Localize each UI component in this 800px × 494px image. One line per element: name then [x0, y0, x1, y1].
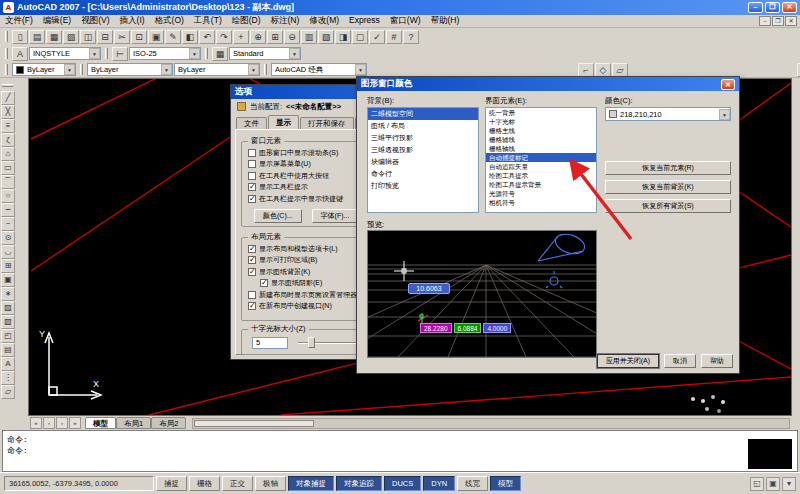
- toggle-grid[interactable]: 栅格: [189, 476, 220, 491]
- interface-element-item[interactable]: 自动捕捉标记: [486, 153, 596, 162]
- checkbox[interactable]: [248, 149, 256, 157]
- checkbox[interactable]: [248, 302, 256, 310]
- toggle-ortho[interactable]: 正交: [222, 476, 253, 491]
- plot-icon[interactable]: ▨: [63, 30, 79, 44]
- ucs-world-icon[interactable]: ◇: [595, 63, 611, 77]
- first-tab-button[interactable]: «: [30, 417, 42, 429]
- checkbox[interactable]: [248, 268, 256, 276]
- properties-icon[interactable]: ▥: [301, 30, 317, 44]
- cut-icon[interactable]: ✂: [114, 30, 130, 44]
- apply-close-button[interactable]: 应用并关闭(A): [597, 354, 659, 368]
- insert-block-icon[interactable]: ⊞: [1, 259, 15, 273]
- zoom-realtime-icon[interactable]: ⊕: [250, 30, 266, 44]
- quickcalc-icon[interactable]: #: [386, 30, 402, 44]
- toolbar-grip[interactable]: [264, 64, 267, 75]
- toolbar-grip[interactable]: [5, 48, 8, 59]
- restore-all-button[interactable]: 恢复所有背景(S): [605, 199, 731, 213]
- checkbox[interactable]: [248, 256, 256, 264]
- checkbox[interactable]: [248, 291, 256, 299]
- interface-element-item[interactable]: 统一背景: [486, 108, 596, 117]
- wipeout-icon[interactable]: ▱: [1, 385, 15, 399]
- chevron-down-icon[interactable]: ▼: [189, 48, 200, 59]
- next-tab-button[interactable]: ›: [56, 417, 68, 429]
- chevron-down-icon[interactable]: ▼: [161, 64, 172, 75]
- hatch-icon[interactable]: ▨: [1, 301, 15, 315]
- table-style-icon[interactable]: ▦: [212, 47, 228, 61]
- help-icon[interactable]: ?: [403, 30, 419, 44]
- doc-minimize-button[interactable]: –: [759, 16, 771, 26]
- toolbar-grip[interactable]: [5, 64, 8, 75]
- prev-tab-button[interactable]: ‹: [43, 417, 55, 429]
- crosshair-size-input[interactable]: 5: [252, 337, 288, 349]
- chevron-down-icon[interactable]: ▼: [719, 109, 730, 120]
- last-tab-button[interactable]: »: [69, 417, 81, 429]
- toolbar-grip[interactable]: [2, 84, 13, 87]
- table-style-combo[interactable]: Standard ▼: [229, 47, 301, 60]
- chevron-down-icon[interactable]: ▼: [248, 64, 259, 75]
- save-icon[interactable]: ▦: [46, 30, 62, 44]
- background-list-item[interactable]: 二维模型空间: [368, 108, 478, 120]
- designcenter-icon[interactable]: ▧: [318, 30, 334, 44]
- menu-item[interactable]: 绘图(D): [227, 15, 266, 27]
- toggle-ducs[interactable]: DUCS: [384, 476, 421, 491]
- checkbox[interactable]: [248, 160, 256, 168]
- chevron-down-icon[interactable]: ▼: [289, 48, 300, 59]
- interface-element-item[interactable]: 栅格辅线: [486, 135, 596, 144]
- point-icon[interactable]: ∗: [1, 287, 15, 301]
- checkbox[interactable]: [248, 183, 256, 191]
- toolbar-grip[interactable]: [80, 64, 83, 75]
- tab-model[interactable]: 模型: [85, 417, 116, 429]
- zoom-window-icon[interactable]: ⊞: [267, 30, 283, 44]
- linetype-combo[interactable]: ByLayer ▼: [87, 63, 173, 76]
- scrollbar-thumb[interactable]: [194, 420, 314, 427]
- toolbar-lock-icon[interactable]: ▣: [766, 477, 780, 491]
- publish-icon[interactable]: ⊟: [97, 30, 113, 44]
- colors-dialog-titlebar[interactable]: 图形窗口颜色 ✕: [357, 77, 739, 91]
- interface-element-item[interactable]: 栅格轴线: [486, 144, 596, 153]
- toggle-lineweight[interactable]: 线宽: [457, 476, 488, 491]
- table-icon[interactable]: ▤: [1, 343, 15, 357]
- restore-button[interactable]: ❐: [765, 2, 780, 13]
- interface-element-item[interactable]: 相机符号: [486, 198, 596, 207]
- zoom-previous-icon[interactable]: ⊖: [284, 30, 300, 44]
- interface-element-item[interactable]: 光源符号: [486, 189, 596, 198]
- tab-layout1[interactable]: 布局1: [116, 417, 151, 429]
- close-icon[interactable]: ✕: [721, 79, 735, 90]
- interface-element-item[interactable]: 栅格主线: [486, 126, 596, 135]
- circle-icon[interactable]: ○: [1, 189, 15, 203]
- options-tab[interactable]: 文件: [236, 117, 267, 129]
- menu-item[interactable]: 格式(O): [150, 15, 189, 27]
- text-style-combo[interactable]: INQSTYLE ▼: [29, 47, 101, 60]
- menu-item[interactable]: 视图(V): [76, 15, 114, 27]
- menu-item[interactable]: 帮助(H): [426, 15, 465, 27]
- background-list-item[interactable]: 三维透视投影: [368, 144, 478, 156]
- make-block-icon[interactable]: ▣: [1, 273, 15, 287]
- undo-icon[interactable]: ↶: [199, 30, 215, 44]
- toolbar-grip[interactable]: [5, 31, 8, 42]
- pan-icon[interactable]: +: [233, 30, 249, 44]
- fonts-button[interactable]: 字体(F)...: [312, 209, 359, 223]
- background-list-item[interactable]: 三维平行投影: [368, 132, 478, 144]
- minimize-button[interactable]: –: [748, 2, 763, 13]
- paste-icon[interactable]: ▣: [148, 30, 164, 44]
- toggle-osnap[interactable]: 对象捕捉: [288, 476, 334, 491]
- menu-item[interactable]: 编辑(E): [38, 15, 76, 27]
- markup-icon[interactable]: ✓: [369, 30, 385, 44]
- qnew-icon[interactable]: ▯: [12, 30, 28, 44]
- title-bar[interactable]: A AutoCAD 2007 - [C:\Users\Administrator…: [0, 0, 800, 15]
- arc-icon[interactable]: ⌒: [1, 175, 15, 189]
- lineweight-combo[interactable]: ByLayer ▼: [174, 63, 260, 76]
- checkbox[interactable]: [248, 172, 256, 180]
- tab-layout2[interactable]: 布局2: [151, 417, 186, 429]
- revcloud-icon[interactable]: ∽: [1, 203, 15, 217]
- slider-thumb[interactable]: [308, 337, 315, 348]
- close-button[interactable]: ✕: [782, 2, 797, 13]
- horizontal-scrollbar[interactable]: [192, 418, 790, 429]
- construction-line-icon[interactable]: ╳: [1, 105, 15, 119]
- menu-item[interactable]: 修改(M): [304, 15, 344, 27]
- dim-style-icon[interactable]: ⊢: [112, 47, 128, 61]
- object-color-combo[interactable]: ByLayer ▼: [12, 63, 76, 76]
- interface-element-item[interactable]: 绘图工具提示: [486, 171, 596, 180]
- options-tab[interactable]: 显示: [268, 115, 299, 129]
- rectangle-icon[interactable]: ▭: [1, 161, 15, 175]
